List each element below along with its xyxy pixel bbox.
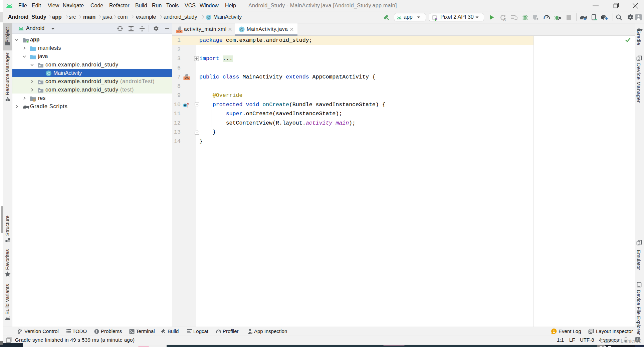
svg-text:C: C — [47, 71, 50, 75]
svg-text:1: 1 — [553, 329, 555, 334]
svg-text:<>: <> — [177, 30, 181, 33]
svg-text:C: C — [240, 28, 243, 32]
svg-text:<>: <> — [185, 77, 189, 80]
svg-text:C: C — [207, 15, 210, 19]
svg-text:A: A — [503, 18, 506, 21]
